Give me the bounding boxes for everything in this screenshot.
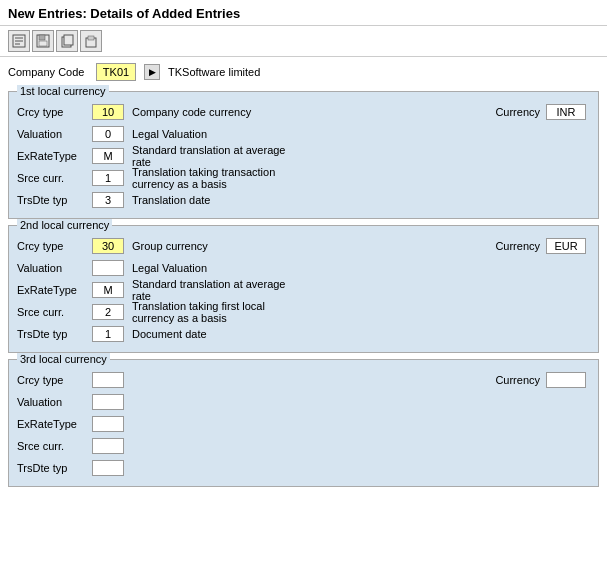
first-valuation-label: Valuation bbox=[17, 128, 92, 140]
toolbar-copy-btn[interactable] bbox=[56, 30, 78, 52]
first-trsdte-label: TrsDte typ bbox=[17, 194, 92, 206]
company-code-input[interactable] bbox=[96, 63, 136, 81]
second-trsdte-label: TrsDte typ bbox=[17, 328, 92, 340]
first-currency-label: Currency bbox=[495, 106, 540, 118]
second-section-left: Crcy type Group currency Valuation Legal… bbox=[17, 236, 304, 344]
first-valuation-desc: Legal Valuation bbox=[132, 128, 207, 140]
third-trsdte-input[interactable] bbox=[92, 460, 124, 476]
third-exrate-input[interactable] bbox=[92, 416, 124, 432]
second-exrate-row: ExRateType Standard translation at avera… bbox=[17, 280, 304, 300]
first-trsdte-row: TrsDte typ Translation date bbox=[17, 190, 304, 210]
first-exrate-label: ExRateType bbox=[17, 150, 92, 162]
svg-rect-10 bbox=[88, 36, 94, 40]
second-exrate-label: ExRateType bbox=[17, 284, 92, 296]
first-section-legend: 1st local currency bbox=[17, 85, 109, 97]
second-crcy-type-desc: Group currency bbox=[132, 240, 208, 252]
svg-rect-8 bbox=[64, 35, 73, 45]
second-currency-input[interactable] bbox=[546, 238, 586, 254]
first-trsdte-desc: Translation date bbox=[132, 194, 210, 206]
first-exrate-input[interactable] bbox=[92, 148, 124, 164]
first-valuation-row: Valuation Legal Valuation bbox=[17, 124, 304, 144]
second-crcy-type-label: Crcy type bbox=[17, 240, 92, 252]
third-valuation-row: Valuation bbox=[17, 392, 304, 412]
toolbar-save-btn[interactable] bbox=[32, 30, 54, 52]
second-trsdte-input[interactable] bbox=[92, 326, 124, 342]
svg-rect-6 bbox=[39, 41, 47, 46]
second-trsdte-desc: Document date bbox=[132, 328, 207, 340]
second-exrate-desc: Standard translation at average rate bbox=[132, 278, 304, 302]
content-area: 1st local currency Crcy type Company cod… bbox=[0, 87, 607, 491]
second-local-currency-section: 2nd local currency Crcy type Group curre… bbox=[8, 225, 599, 353]
second-srce-input[interactable] bbox=[92, 304, 124, 320]
first-valuation-input[interactable] bbox=[92, 126, 124, 142]
third-crcy-type-label: Crcy type bbox=[17, 374, 92, 386]
company-name: TKSoftware limited bbox=[168, 66, 260, 78]
second-currency-label: Currency bbox=[495, 240, 540, 252]
first-section-right: Currency bbox=[304, 102, 591, 210]
third-currency-label: Currency bbox=[495, 374, 540, 386]
second-valuation-row: Valuation Legal Valuation bbox=[17, 258, 304, 278]
third-srce-row: Srce curr. bbox=[17, 436, 304, 456]
third-currency-input[interactable] bbox=[546, 372, 586, 388]
third-srce-label: Srce curr. bbox=[17, 440, 92, 452]
first-local-currency-section: 1st local currency Crcy type Company cod… bbox=[8, 91, 599, 219]
second-section-legend: 2nd local currency bbox=[17, 219, 112, 231]
second-trsdte-row: TrsDte typ Document date bbox=[17, 324, 304, 344]
second-exrate-input[interactable] bbox=[92, 282, 124, 298]
second-section-right: Currency bbox=[304, 236, 591, 344]
second-srce-desc: Translation taking first local currency … bbox=[132, 300, 304, 324]
first-section-left: Crcy type Company code currency Valuatio… bbox=[17, 102, 304, 210]
first-srce-label: Srce curr. bbox=[17, 172, 92, 184]
third-crcy-type-input[interactable] bbox=[92, 372, 124, 388]
third-section-left: Crcy type Valuation ExRateType Srce curr… bbox=[17, 370, 304, 478]
first-crcy-type-row: Crcy type Company code currency bbox=[17, 102, 304, 122]
second-crcy-type-input[interactable] bbox=[92, 238, 124, 254]
first-trsdte-input[interactable] bbox=[92, 192, 124, 208]
page-title: New Entries: Details of Added Entries bbox=[8, 6, 599, 21]
company-row: Company Code ▶ TKSoftware limited bbox=[0, 57, 607, 87]
first-exrate-desc: Standard translation at average rate bbox=[132, 144, 304, 168]
second-valuation-input[interactable] bbox=[92, 260, 124, 276]
third-crcy-type-row: Crcy type bbox=[17, 370, 304, 390]
first-srce-input[interactable] bbox=[92, 170, 124, 186]
second-srce-label: Srce curr. bbox=[17, 306, 92, 318]
second-valuation-desc: Legal Valuation bbox=[132, 262, 207, 274]
second-crcy-type-row: Crcy type Group currency bbox=[17, 236, 304, 256]
second-currency-row: Currency bbox=[495, 236, 586, 254]
third-section-right: Currency bbox=[304, 370, 591, 478]
third-valuation-label: Valuation bbox=[17, 396, 92, 408]
first-crcy-type-desc: Company code currency bbox=[132, 106, 251, 118]
third-trsdte-row: TrsDte typ bbox=[17, 458, 304, 478]
toolbar bbox=[0, 26, 607, 57]
first-currency-row: Currency bbox=[495, 102, 586, 120]
first-crcy-type-input[interactable] bbox=[92, 104, 124, 120]
third-exrate-row: ExRateType bbox=[17, 414, 304, 434]
nav-icon[interactable]: ▶ bbox=[144, 64, 160, 80]
first-exrate-row: ExRateType Standard translation at avera… bbox=[17, 146, 304, 166]
third-currency-row: Currency bbox=[495, 370, 586, 388]
third-local-currency-section: 3rd local currency Crcy type Valuation E… bbox=[8, 359, 599, 487]
first-srce-desc: Translation taking transaction currency … bbox=[132, 166, 304, 190]
first-srce-row: Srce curr. Translation taking transactio… bbox=[17, 168, 304, 188]
third-exrate-label: ExRateType bbox=[17, 418, 92, 430]
second-valuation-label: Valuation bbox=[17, 262, 92, 274]
company-code-label: Company Code bbox=[8, 66, 88, 78]
title-bar: New Entries: Details of Added Entries bbox=[0, 0, 607, 26]
toolbar-edit-btn[interactable] bbox=[8, 30, 30, 52]
second-srce-row: Srce curr. Translation taking first loca… bbox=[17, 302, 304, 322]
first-currency-input[interactable] bbox=[546, 104, 586, 120]
first-crcy-type-label: Crcy type bbox=[17, 106, 92, 118]
third-trsdte-label: TrsDte typ bbox=[17, 462, 92, 474]
toolbar-paste-btn[interactable] bbox=[80, 30, 102, 52]
third-valuation-input[interactable] bbox=[92, 394, 124, 410]
third-srce-input[interactable] bbox=[92, 438, 124, 454]
svg-rect-5 bbox=[39, 35, 45, 40]
third-section-legend: 3rd local currency bbox=[17, 353, 110, 365]
